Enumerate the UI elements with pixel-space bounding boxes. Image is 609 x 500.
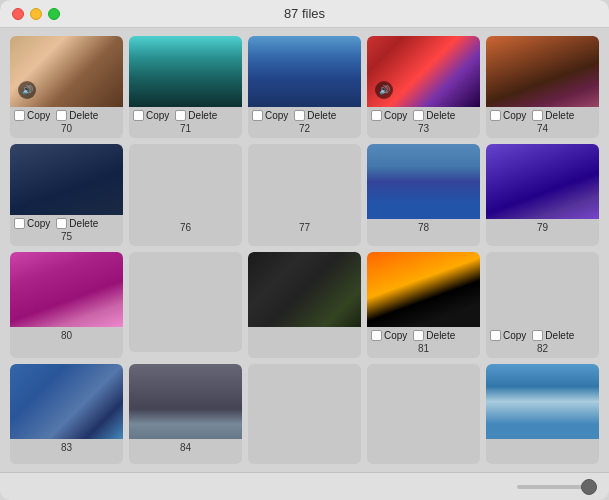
thumbnail-cell[interactable] <box>486 364 599 464</box>
thumbnail-cell[interactable] <box>248 252 361 358</box>
thumbnail-cell[interactable]: 84 <box>129 364 242 464</box>
thumbnail-cell[interactable]: 79 <box>486 144 599 246</box>
thumbnail-number: 79 <box>486 219 599 235</box>
copy-label: Copy <box>384 110 407 121</box>
delete-checkbox[interactable] <box>175 110 186 121</box>
copy-checkbox[interactable] <box>252 110 263 121</box>
thumbnail-image <box>486 252 599 327</box>
thumbnail-controls: CopyDelete70 <box>10 107 123 138</box>
slider-track[interactable] <box>517 485 597 489</box>
title-bar: 87 files <box>0 0 609 28</box>
thumbnail-image <box>129 364 242 439</box>
thumbnail-number: 76 <box>129 219 242 235</box>
thumbnail-image <box>486 144 599 219</box>
thumbnail-number: 74 <box>490 123 595 136</box>
thumbnail-controls: CopyDelete73 <box>367 107 480 138</box>
copy-checkbox[interactable] <box>14 110 25 121</box>
thumbnail-number: 71 <box>133 123 238 136</box>
thumbnail-image <box>486 364 599 439</box>
thumbnail-image <box>248 144 361 219</box>
thumbnail-cell[interactable] <box>248 364 361 464</box>
copy-label: Copy <box>384 330 407 341</box>
volume-overlay-icon: 🔊 <box>18 81 36 99</box>
copy-label: Copy <box>146 110 169 121</box>
copy-label: Copy <box>503 330 526 341</box>
delete-checkbox[interactable] <box>56 218 67 229</box>
thumbnail-image <box>129 36 242 107</box>
thumbnail-image <box>367 144 480 219</box>
delete-checkbox[interactable] <box>532 110 543 121</box>
thumbnail-cell[interactable]: 83 <box>10 364 123 464</box>
traffic-lights[interactable] <box>12 8 60 20</box>
delete-checkbox[interactable] <box>294 110 305 121</box>
thumbnail-image <box>248 36 361 107</box>
thumbnail-controls: CopyDelete71 <box>129 107 242 138</box>
copy-label: Copy <box>265 110 288 121</box>
delete-checkbox[interactable] <box>413 330 424 341</box>
copy-checkbox[interactable] <box>490 330 501 341</box>
copy-checkbox[interactable] <box>490 110 501 121</box>
delete-label: Delete <box>69 110 98 121</box>
thumbnail-cell[interactable] <box>367 364 480 464</box>
thumbnail-number: 81 <box>371 343 476 356</box>
thumbnail-controls: CopyDelete72 <box>248 107 361 138</box>
thumbnail-cell[interactable]: CopyDelete75 <box>10 144 123 246</box>
delete-label: Delete <box>545 330 574 341</box>
delete-label: Delete <box>545 110 574 121</box>
volume-overlay-icon: 🔊 <box>375 81 393 99</box>
copy-label: Copy <box>27 110 50 121</box>
delete-checkbox[interactable] <box>56 110 67 121</box>
thumbnail-controls: CopyDelete81 <box>367 327 480 358</box>
thumbnail-image <box>248 252 361 327</box>
thumbnail-number: 70 <box>14 123 119 136</box>
delete-checkbox[interactable] <box>532 330 543 341</box>
thumbnail-image <box>10 144 123 215</box>
thumbnail-number: 73 <box>371 123 476 136</box>
size-slider-container[interactable] <box>517 485 597 489</box>
thumbnail-cell[interactable]: 78 <box>367 144 480 246</box>
thumbnail-cell[interactable]: 77 <box>248 144 361 246</box>
bottom-bar <box>0 472 609 500</box>
copy-checkbox[interactable] <box>371 330 382 341</box>
thumbnail-controls: CopyDelete82 <box>486 327 599 358</box>
thumbnail-controls: CopyDelete74 <box>486 107 599 138</box>
thumbnail-number: 83 <box>10 439 123 455</box>
slider-thumb[interactable] <box>581 479 597 495</box>
copy-label: Copy <box>503 110 526 121</box>
maximize-button[interactable] <box>48 8 60 20</box>
thumbnail-image <box>486 36 599 107</box>
thumbnail-number: 84 <box>129 439 242 455</box>
delete-checkbox[interactable] <box>413 110 424 121</box>
minimize-button[interactable] <box>30 8 42 20</box>
thumbnail-number: 75 <box>14 231 119 244</box>
thumbnail-number: 78 <box>367 219 480 235</box>
close-button[interactable] <box>12 8 24 20</box>
thumbnail-image: 🔊 <box>10 36 123 107</box>
thumbnail-cell[interactable]: CopyDelete71 <box>129 36 242 138</box>
delete-label: Delete <box>188 110 217 121</box>
thumbnail-number: 80 <box>10 327 123 343</box>
thumbnail-grid: 🔊CopyDelete70CopyDelete71CopyDelete72🔊Co… <box>0 28 609 472</box>
thumbnail-number: 82 <box>490 343 595 356</box>
thumbnail-image <box>129 144 242 219</box>
thumbnail-cell[interactable]: 🔊CopyDelete73 <box>367 36 480 138</box>
copy-checkbox[interactable] <box>133 110 144 121</box>
thumbnail-image <box>10 364 123 439</box>
copy-checkbox[interactable] <box>14 218 25 229</box>
thumbnail-number: 77 <box>248 219 361 235</box>
thumbnail-image <box>367 252 480 327</box>
thumbnail-cell[interactable] <box>129 252 242 352</box>
thumbnail-cell[interactable]: CopyDelete74 <box>486 36 599 138</box>
thumbnail-cell[interactable]: CopyDelete81 <box>367 252 480 358</box>
thumbnail-cell[interactable]: CopyDelete72 <box>248 36 361 138</box>
thumbnail-controls: CopyDelete75 <box>10 215 123 246</box>
delete-label: Delete <box>307 110 336 121</box>
copy-checkbox[interactable] <box>371 110 382 121</box>
thumbnail-cell[interactable]: 76 <box>129 144 242 246</box>
thumbnail-number: 72 <box>252 123 357 136</box>
thumbnail-cell[interactable]: CopyDelete82 <box>486 252 599 358</box>
delete-label: Delete <box>426 330 455 341</box>
thumbnail-cell[interactable]: 🔊CopyDelete70 <box>10 36 123 138</box>
window-title: 87 files <box>284 6 325 21</box>
thumbnail-cell[interactable]: 80 <box>10 252 123 358</box>
